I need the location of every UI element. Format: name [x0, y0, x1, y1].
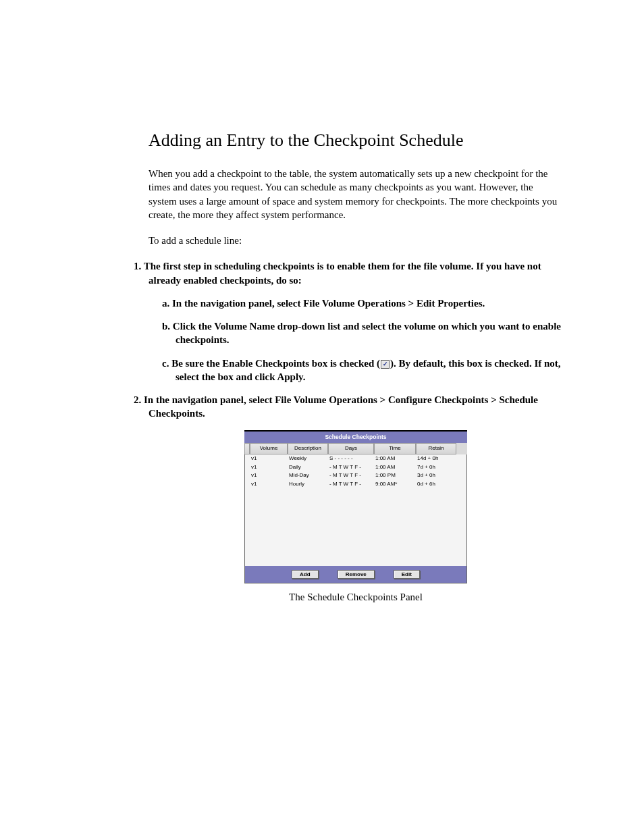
- panel-body: v1 Weekly S - - - - - - 1:00 AM 14d + 0h…: [244, 454, 467, 566]
- step-1a: a. In the navigation panel, select File …: [162, 296, 563, 310]
- step-2-text: In the navigation panel, select File Vol…: [144, 394, 538, 419]
- step-1b-number: b.: [162, 321, 170, 332]
- page-heading: Adding an Entry to the Checkpoint Schedu…: [149, 128, 563, 152]
- step-1c: c. Be sure the Enable Checkpoints box is…: [162, 357, 563, 384]
- table-row[interactable]: v1 Daily - M T W T F - 1:00 AM 7d + 0h: [245, 463, 466, 472]
- cell-time: 9:00 AM*: [373, 480, 415, 489]
- header-lead: [244, 443, 250, 454]
- schedule-checkpoints-panel: Schedule Checkpoints Volume Description …: [244, 430, 467, 583]
- header-days[interactable]: Days: [328, 443, 374, 454]
- intro-paragraph: When you add a checkpoint to the table, …: [149, 167, 563, 221]
- cell-retain: 7d + 0h: [415, 463, 456, 472]
- step-1b: b. Click the Volume Name drop-down list …: [162, 319, 563, 347]
- step-1-number: 1.: [134, 261, 141, 271]
- step-2-number: 2.: [134, 394, 141, 405]
- cell-description: Hourly: [287, 480, 327, 489]
- cell-volume: v1: [249, 454, 287, 463]
- step-1a-text: In the navigation panel, select File Vol…: [172, 298, 485, 309]
- cell-days: - M T W T F -: [327, 480, 373, 489]
- cell-time: 1:00 PM: [373, 471, 415, 480]
- cell-time: 1:00 AM: [373, 454, 415, 463]
- header-volume[interactable]: Volume: [250, 443, 288, 454]
- panel-header-row: Volume Description Days Time Retain: [244, 443, 467, 454]
- step-1a-number: a.: [162, 298, 169, 309]
- step-1b-text: Click the Volume Name drop-down list and…: [173, 321, 561, 345]
- table-row[interactable]: v1 Mid-Day - M T W T F - 1:00 PM 3d + 0h: [245, 471, 466, 480]
- panel-title: Schedule Checkpoints: [244, 432, 467, 443]
- cell-retain: 3d + 0h: [415, 471, 456, 480]
- header-description[interactable]: Description: [288, 443, 328, 454]
- cell-description: Weekly: [287, 454, 327, 463]
- step-1c-text-before: Be sure the Enable Checkpoints box is ch…: [171, 358, 380, 369]
- step-1: 1. The first step in scheduling checkpoi…: [134, 259, 563, 384]
- step-1c-number: c.: [162, 358, 169, 369]
- cell-days: - M T W T F -: [327, 463, 373, 472]
- checkbox-checked-icon: ✓: [381, 360, 390, 369]
- panel-caption: The Schedule Checkpoints Panel: [149, 590, 563, 604]
- cell-volume: v1: [249, 480, 287, 489]
- header-time[interactable]: Time: [374, 443, 416, 454]
- header-retain[interactable]: Retain: [416, 443, 456, 454]
- cell-description: Daily: [287, 463, 327, 472]
- cell-description: Mid-Day: [287, 471, 327, 480]
- add-button[interactable]: Add: [292, 570, 319, 579]
- edit-button[interactable]: Edit: [394, 570, 420, 579]
- cell-days: S - - - - - -: [327, 454, 373, 463]
- panel-footer: Add Remove Edit: [244, 566, 467, 583]
- table-row[interactable]: v1 Weekly S - - - - - - 1:00 AM 14d + 0h: [245, 454, 466, 463]
- cell-days: - M T W T F -: [327, 471, 373, 480]
- lead-paragraph: To add a schedule line:: [149, 234, 563, 247]
- cell-retain: 14d + 0h: [415, 454, 456, 463]
- cell-retain: 0d + 6h: [415, 480, 456, 489]
- cell-time: 1:00 AM: [373, 463, 415, 472]
- cell-volume: v1: [249, 463, 287, 472]
- remove-button[interactable]: Remove: [338, 570, 375, 579]
- step-2: 2. In the navigation panel, select File …: [134, 393, 563, 421]
- table-row[interactable]: v1 Hourly - M T W T F - 9:00 AM* 0d + 6h: [245, 480, 466, 489]
- cell-volume: v1: [249, 471, 287, 480]
- step-1-text: The first step in scheduling checkpoints…: [144, 261, 541, 285]
